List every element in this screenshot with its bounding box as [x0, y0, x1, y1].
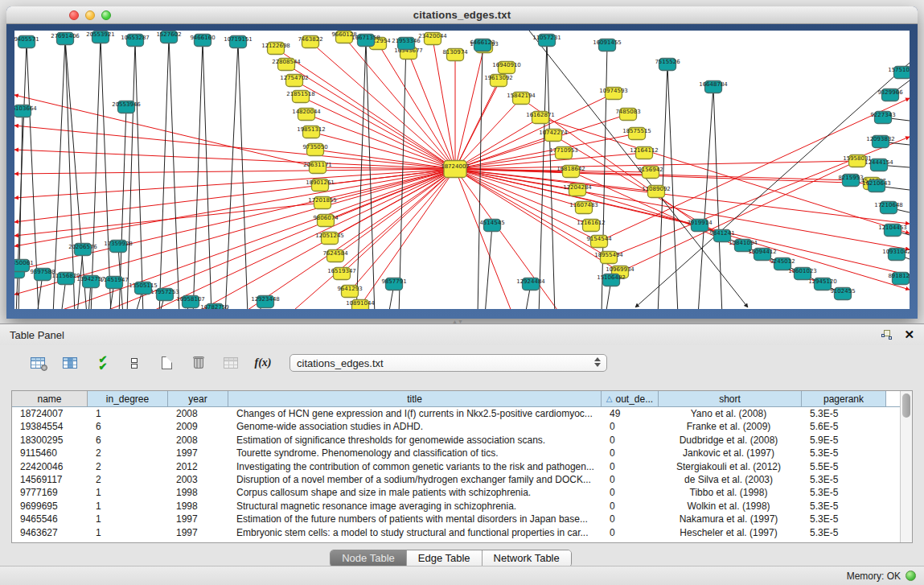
graph-node[interactable]: 7463822 [298, 36, 322, 48]
column-header-in-degree[interactable]: in_degree [88, 391, 168, 406]
graph-node[interactable]: 19851312 [297, 126, 326, 138]
table-cell[interactable]: 2009 [168, 420, 228, 433]
tab-node-table[interactable]: Node Table [331, 550, 407, 566]
column-header-year[interactable]: year [168, 391, 228, 406]
graph-node[interactable]: 4514545 [479, 220, 504, 232]
graph-node[interactable]: 10719151 [224, 36, 253, 48]
graph-node[interactable]: 10974593 [599, 88, 628, 100]
graph-node[interactable]: 9806074 [313, 215, 339, 227]
graph-node[interactable]: 18575515 [622, 128, 651, 140]
graph-node[interactable]: 9641293 [337, 286, 362, 298]
table-cell[interactable]: Investigating the contribution of common… [228, 460, 602, 473]
table-row[interactable]: 969969511998Structural magnetic resonanc… [12, 500, 912, 513]
table-cell[interactable]: 5.3E-5 [802, 500, 886, 513]
table-cell[interactable]: 2012 [168, 460, 228, 473]
window-titlebar[interactable]: citations_edges.txt [6, 6, 918, 24]
table-cell[interactable]: 0 [602, 486, 659, 499]
table-cell[interactable]: Genome-wide association studies in ADHD. [228, 420, 602, 433]
table-row[interactable]: 946362711997Embryonic stem cells: a mode… [12, 526, 912, 539]
column-header-short[interactable]: short [659, 391, 802, 406]
table-cell[interactable]: 5.3E-5 [802, 407, 886, 420]
network-canvas[interactable]: 1872400712122698228085441275470221851518… [14, 31, 910, 309]
graph-node[interactable]: 10653287 [121, 35, 150, 47]
table-cell[interactable]: Jankovic et al. (1997) [659, 447, 802, 459]
delete-column-icon[interactable] [220, 353, 241, 373]
graph-node[interactable]: 16091455 [593, 39, 622, 51]
graph-node[interactable]: 8130974 [442, 49, 468, 61]
table-cell[interactable]: 9465546 [12, 513, 88, 525]
table-cell[interactable]: 1 [88, 407, 168, 420]
graph-node[interactable]: 16210643 [862, 180, 891, 192]
table-row[interactable]: 946554611997Estimation of the future num… [12, 513, 912, 525]
graph-node[interactable]: 16162871 [526, 112, 555, 124]
graph-node[interactable]: 20631171 [303, 162, 332, 174]
table-cell[interactable]: 9463627 [12, 526, 88, 539]
column-header-name[interactable]: name [12, 391, 88, 406]
table-cell[interactable]: 18724007 [12, 407, 88, 420]
table-cell[interactable]: Corpus callosum shape and size in male p… [228, 486, 602, 499]
row-height-icon[interactable] [124, 353, 145, 373]
table-cell[interactable]: 5.3E-5 [802, 526, 886, 539]
graph-node[interactable]: 17201855 [308, 197, 337, 209]
table-cell[interactable]: 18300295 [12, 434, 88, 447]
select-rows-icon[interactable]: ✔✔ [92, 353, 113, 373]
graph-node[interactable]: 7624584 [322, 250, 348, 262]
column-header-pagerank[interactable]: pagerank [802, 391, 886, 406]
table-cell[interactable]: 5.5E-5 [802, 460, 886, 473]
table-cell[interactable]: 0 [602, 500, 659, 513]
table-cell[interactable]: 1998 [168, 486, 228, 499]
graph-node[interactable]: 16519347 [327, 268, 356, 280]
citation-network-graph[interactable]: 1872400712122698228085441275470221851518… [14, 31, 910, 309]
graph-node[interactable]: 20553921 [86, 31, 115, 43]
graph-node[interactable]: 9405571 [14, 36, 39, 48]
graph-node[interactable]: 16648784 [699, 81, 728, 93]
table-cell[interactable]: 6 [88, 420, 168, 433]
graph-node[interactable]: 18901261 [306, 179, 335, 192]
graph-node[interactable]: 19613092 [484, 75, 513, 87]
tab-edge-table[interactable]: Edge Table [407, 550, 483, 566]
graph-node[interactable]: 8215953 [838, 175, 863, 187]
function-builder-icon[interactable]: f(x) [253, 353, 273, 373]
table-cell[interactable]: Embryonic stem cells: a model to study s… [228, 526, 602, 539]
graph-node[interactable]: 8918123 [888, 273, 910, 285]
graph-node[interactable]: 11451947 [100, 277, 129, 289]
graph-node[interactable]: 11089092 [642, 186, 671, 198]
table-row[interactable]: 1872400712008Changes of HCN gene express… [12, 407, 912, 420]
graph-node[interactable]: 12444154 [864, 159, 893, 171]
table-cell[interactable]: 0 [602, 513, 659, 525]
table-cell[interactable]: 0 [602, 420, 659, 433]
table-cell[interactable]: de Silva et al. (2003) [659, 473, 802, 486]
table-cell[interactable]: 1 [88, 486, 168, 499]
table-cell[interactable]: 9777169 [12, 486, 88, 499]
table-cell[interactable]: 1997 [168, 526, 228, 539]
table-cell[interactable]: Hescheler et al. (1997) [659, 526, 802, 539]
graph-node[interactable]: 9227343 [870, 112, 895, 124]
table-row[interactable]: 2242004622012Investigating the contribut… [12, 460, 912, 473]
table-cell[interactable]: 0 [602, 447, 659, 459]
table-cell[interactable]: 9699695 [12, 500, 88, 513]
graph-node[interactable]: 9735050 [302, 144, 327, 156]
graph-node[interactable]: 10931042 [882, 249, 910, 261]
table-cell[interactable]: 5.3E-5 [802, 513, 886, 525]
table-row[interactable]: 1938455462009Genome-wide association stu… [12, 420, 912, 433]
table-cell[interactable]: Structural magnetic resonance image aver… [228, 500, 602, 513]
graph-node[interactable]: 15106482 [597, 274, 626, 286]
graph-node[interactable]: 27691406 [51, 33, 80, 45]
table-cell[interactable]: 1 [88, 526, 168, 539]
scrollbar-thumb[interactable] [902, 393, 910, 418]
table-cell[interactable]: 0 [602, 460, 659, 473]
graph-node[interactable]: 11057231 [532, 35, 561, 47]
table-cell[interactable]: 5.6E-5 [802, 420, 886, 433]
graph-node[interactable]: 17210648 [874, 202, 903, 214]
table-cell[interactable]: 5.9E-5 [802, 434, 886, 447]
graph-node[interactable]: 9857791 [381, 278, 406, 290]
table-settings-icon[interactable] [27, 353, 48, 373]
table-cell[interactable]: 2 [88, 447, 168, 459]
table-cell[interactable]: 2 [88, 460, 168, 473]
table-cell[interactable]: 14569117 [12, 473, 88, 486]
new-table-icon[interactable] [156, 353, 177, 373]
table-cell[interactable]: 2003 [168, 473, 228, 486]
table-cell[interactable]: 2008 [168, 434, 228, 447]
table-cell[interactable]: 1997 [168, 447, 228, 459]
table-cell[interactable]: 2008 [168, 407, 228, 420]
